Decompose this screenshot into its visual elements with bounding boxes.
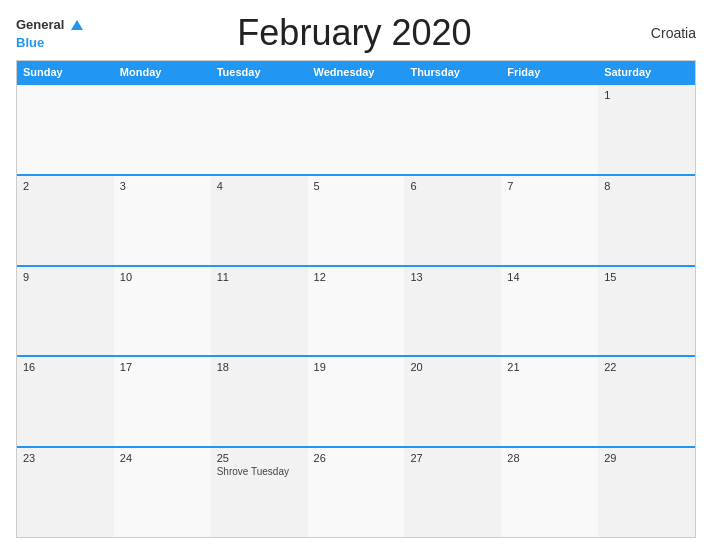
cal-cell-23: 23 [17,448,114,537]
cal-cell-empty [501,85,598,174]
cal-cell-5: 5 [308,176,405,265]
cal-cell-29: 29 [598,448,695,537]
cal-cell-11: 11 [211,267,308,356]
header-saturday: Saturday [598,61,695,83]
country-label: Croatia [626,25,696,41]
logo-general-text: General [16,17,64,32]
cal-cell-10: 10 [114,267,211,356]
header-sunday: Sunday [17,61,114,83]
cal-cell-empty [308,85,405,174]
cal-cell-20: 20 [404,357,501,446]
cal-cell-7: 7 [501,176,598,265]
cal-cell-27: 27 [404,448,501,537]
header-friday: Friday [501,61,598,83]
cal-cell-18: 18 [211,357,308,446]
calendar-row-2: 2 3 4 5 6 7 8 [17,174,695,265]
calendar-body: 1 2 3 4 5 6 7 8 9 10 11 12 13 14 15 [17,83,695,537]
logo-triangle-icon [71,20,83,30]
header-tuesday: Tuesday [211,61,308,83]
cal-cell-25: 25 Shrove Tuesday [211,448,308,537]
cal-cell-24: 24 [114,448,211,537]
cal-cell-14: 14 [501,267,598,356]
cal-cell-empty [17,85,114,174]
cal-cell-26: 26 [308,448,405,537]
cal-cell-4: 4 [211,176,308,265]
cal-cell-19: 19 [308,357,405,446]
calendar-page: General Blue February 2020 Croatia Sunda… [0,0,712,550]
calendar-row-5: 23 24 25 Shrove Tuesday 26 27 28 29 [17,446,695,537]
logo: General Blue [16,15,83,50]
cal-cell-16: 16 [17,357,114,446]
cal-cell-15: 15 [598,267,695,356]
cal-cell-8: 8 [598,176,695,265]
logo-general-row: General [16,15,83,33]
calendar-row-4: 16 17 18 19 20 21 22 [17,355,695,446]
cal-cell-28: 28 [501,448,598,537]
logo-blue-text: Blue [16,35,44,50]
cal-cell-1: 1 [598,85,695,174]
calendar-title: February 2020 [83,12,626,54]
cal-cell-22: 22 [598,357,695,446]
cal-cell-6: 6 [404,176,501,265]
cal-cell-empty [404,85,501,174]
cal-cell-9: 9 [17,267,114,356]
cal-cell-17: 17 [114,357,211,446]
header-wednesday: Wednesday [308,61,405,83]
cal-cell-13: 13 [404,267,501,356]
cal-cell-3: 3 [114,176,211,265]
cal-cell-empty [114,85,211,174]
cal-cell-2: 2 [17,176,114,265]
header-thursday: Thursday [404,61,501,83]
cal-cell-empty [211,85,308,174]
calendar-row-3: 9 10 11 12 13 14 15 [17,265,695,356]
page-header: General Blue February 2020 Croatia [16,12,696,54]
cal-cell-21: 21 [501,357,598,446]
calendar-row-1: 1 [17,83,695,174]
calendar-header-row: Sunday Monday Tuesday Wednesday Thursday… [17,61,695,83]
cal-cell-12: 12 [308,267,405,356]
header-monday: Monday [114,61,211,83]
logo-blue-row: Blue [16,33,83,51]
calendar-grid: Sunday Monday Tuesday Wednesday Thursday… [16,60,696,538]
